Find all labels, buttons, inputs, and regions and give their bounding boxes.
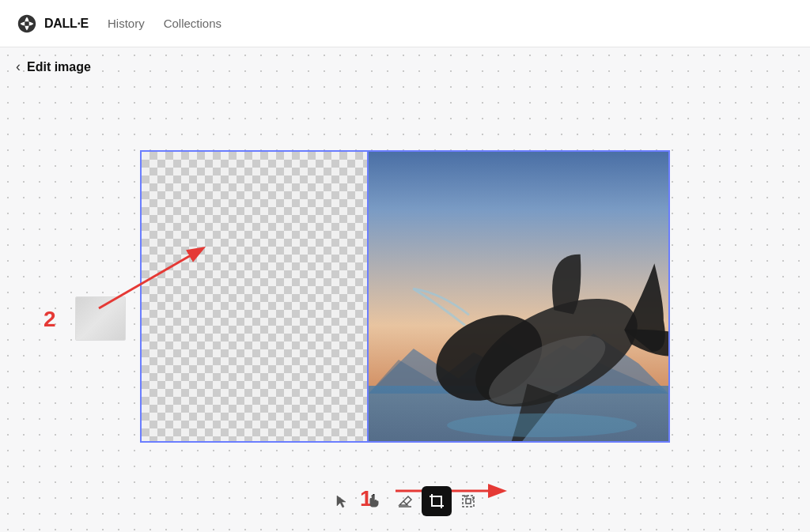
hand-tool-button[interactable] [358, 486, 388, 516]
page-title: Edit image [27, 60, 91, 74]
whale-illustration [384, 180, 668, 441]
select-tool-button[interactable] [327, 486, 357, 516]
header: DALL·E History Collections [0, 0, 810, 47]
back-button[interactable]: ‹ [16, 58, 21, 75]
canvas-area [140, 150, 670, 443]
crop-tool-button[interactable] [422, 486, 452, 516]
main-area: ‹ Edit image [0, 47, 810, 532]
erase-tool-button[interactable] [390, 486, 420, 516]
svg-line-7 [99, 249, 202, 308]
canvas-image-region [369, 152, 668, 441]
nav-history[interactable]: History [108, 13, 145, 33]
logo-area: DALL·E [16, 13, 89, 35]
nav-collections[interactable]: Collections [164, 13, 221, 33]
sub-header: ‹ Edit image [0, 47, 810, 86]
logo-text: DALL·E [44, 17, 89, 31]
expand-tool-button[interactable] [453, 486, 483, 516]
annotation-label-2: 2 [44, 307, 56, 332]
annotation-arrow-2 [91, 237, 218, 316]
svg-point-5 [447, 413, 637, 437]
toolbar [327, 486, 483, 516]
svg-rect-11 [432, 496, 441, 506]
openai-logo-icon [16, 13, 38, 35]
